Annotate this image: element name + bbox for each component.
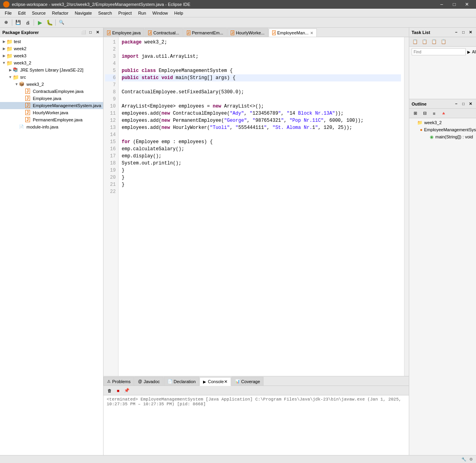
bottom-tab-label: Console xyxy=(208,379,224,384)
tree-item-permanentemployee-java[interactable]: JPermanentEmployee.java xyxy=(0,116,103,123)
console-pin-button[interactable]: 📌 xyxy=(122,387,131,395)
tree-item-label: test xyxy=(14,39,21,44)
outline-item-class[interactable]: ● EmployeeManagementSys xyxy=(409,126,476,133)
tab-label: Employee.java xyxy=(112,30,141,35)
task-icon-3[interactable]: 📋 xyxy=(430,38,438,46)
editor-tab-employeeman---[interactable]: JEmployeeMan...✕ xyxy=(269,28,317,37)
menu-item-help[interactable]: Help xyxy=(171,10,186,16)
bottom-tab-console[interactable]: ▶Console✕ xyxy=(199,377,231,386)
statusbar-icon-2[interactable]: ⚙ xyxy=(469,457,473,461)
tree-item-week2[interactable]: ▶📁week2 xyxy=(0,45,103,52)
bottom-tab-problems[interactable]: ⚠Problems xyxy=(103,377,134,386)
task-icon-4[interactable]: 📋 xyxy=(439,38,448,46)
line-number-1: 1 xyxy=(105,39,116,46)
outline-item-method[interactable]: ◉ main(String[]) : void xyxy=(409,133,476,140)
menu-item-source[interactable]: Source xyxy=(29,10,49,16)
bottom-tab-declaration[interactable]: 📄Declaration xyxy=(164,377,199,386)
maximize-panel-button[interactable]: □ xyxy=(87,29,94,36)
menu-item-edit[interactable]: Edit xyxy=(15,10,29,16)
save-button[interactable]: 💾 xyxy=(14,19,23,26)
outline-class-icon: ● xyxy=(420,127,423,132)
close-button[interactable]: ✕ xyxy=(461,0,473,8)
bottom-tab-close[interactable]: ✕ xyxy=(224,379,228,384)
task-find-input[interactable] xyxy=(412,48,466,55)
tab-close-button[interactable]: ✕ xyxy=(310,31,313,35)
tree-item-label: HourlyWorker.java xyxy=(33,110,68,115)
outline-method-label: main(String[]) : void xyxy=(435,134,473,139)
outline-method-icon: ◉ xyxy=(430,134,434,140)
tree-item-jre-system-library--javase-22-[interactable]: ▶📚JRE System Library [JavaSE-22] xyxy=(0,66,103,74)
tree-item-src[interactable]: ▼📁src xyxy=(0,74,103,81)
line-number-14: 14 xyxy=(105,131,116,138)
tree-item-module-info-java[interactable]: 📄module-info.java xyxy=(0,123,103,130)
outline-tb-1[interactable]: ⊞ xyxy=(411,110,420,117)
editor-tab-hourlyworke---[interactable]: JHourlyWorke... xyxy=(227,28,268,37)
outline-class-label: EmployeeManagementSys xyxy=(424,127,476,132)
bottom-tab-javadoc[interactable]: @Javadoc xyxy=(134,377,163,386)
maximize-button[interactable]: □ xyxy=(448,0,460,8)
tree-item-label: week3_2 xyxy=(26,82,44,87)
tree-item-week3[interactable]: ▶📁week3 xyxy=(0,52,103,59)
tab-java-icon: J xyxy=(231,30,234,35)
line-number-22: 22 xyxy=(105,188,116,195)
outline-tb-3[interactable]: ≡ xyxy=(430,110,438,117)
code-content[interactable]: package week3_2; import java.util.ArrayL… xyxy=(119,37,404,376)
tree-file-icon: 📁 xyxy=(6,39,13,44)
tab-label: Contractual... xyxy=(153,30,179,35)
outline-maximize-button[interactable]: □ xyxy=(460,101,467,107)
menu-item-refactor[interactable]: Refactor xyxy=(49,10,72,16)
print-button[interactable]: 🖨 xyxy=(23,19,32,26)
menu-item-navigate[interactable]: Navigate xyxy=(71,10,95,16)
editor-tab-permanentem---[interactable]: JPermanentEm... xyxy=(183,28,227,37)
line-number-8: 8 xyxy=(105,89,116,96)
console-clear-button[interactable]: 🗑 xyxy=(105,387,114,395)
statusbar-icon-1[interactable]: 🔧 xyxy=(461,457,466,461)
task-icon-2[interactable]: 📋 xyxy=(420,38,429,46)
task-icon-1[interactable]: 📋 xyxy=(411,38,420,46)
task-maximize-button[interactable]: □ xyxy=(460,29,467,36)
task-all-label[interactable]: All xyxy=(472,50,476,54)
collapse-button[interactable]: ⬜ xyxy=(80,29,87,36)
tree-file-icon: J xyxy=(25,89,32,94)
menu-item-search[interactable]: Search xyxy=(95,10,115,16)
outline-close-button[interactable]: ✕ xyxy=(467,101,474,107)
task-close-button[interactable]: ✕ xyxy=(467,29,474,36)
outline-controls: – □ ✕ xyxy=(453,101,474,107)
console-stop-button[interactable]: ■ xyxy=(114,387,122,395)
editor-tab-contractual---[interactable]: JContractual... xyxy=(145,28,182,37)
debug-button[interactable]: 🐛 xyxy=(45,19,54,26)
tree-item-employee-java[interactable]: JEmployee.java xyxy=(0,95,103,102)
editor-scrollbar[interactable] xyxy=(404,37,409,376)
outline-tb-2[interactable]: ⊟ xyxy=(420,110,429,117)
editor-tab-employee-java[interactable]: JEmployee.java xyxy=(103,28,144,37)
bottom-tab-coverage[interactable]: 📊Coverage xyxy=(231,377,264,386)
task-minimize-button[interactable]: – xyxy=(453,29,459,36)
tree-item-week3-2[interactable]: ▼📁week3_2 xyxy=(0,59,103,66)
menu-item-file[interactable]: File xyxy=(2,10,15,16)
menu-item-window[interactable]: Window xyxy=(149,10,171,16)
package-explorer-title: Package Explorer xyxy=(2,30,80,35)
close-panel-button[interactable]: ✕ xyxy=(94,29,101,36)
code-line-16: emp.calculateSalary(); xyxy=(122,146,401,153)
code-line-21: } xyxy=(122,181,401,188)
outline-tb-4[interactable]: 🔺 xyxy=(439,110,448,117)
run-button[interactable]: ▶ xyxy=(36,19,44,26)
tree-item-contractualemployee-java[interactable]: JContractualEmployee.java xyxy=(0,88,103,95)
menu-item-project[interactable]: Project xyxy=(115,10,135,16)
new-button[interactable]: ⊕ xyxy=(2,19,10,26)
task-expand-icon[interactable]: ▶ xyxy=(467,50,470,54)
minimize-button[interactable]: – xyxy=(436,0,448,8)
line-number-21: 21 xyxy=(105,181,116,188)
tree-item-hourlyworker-java[interactable]: JHourlyWorker.java xyxy=(0,109,103,116)
outline-minimize-button[interactable]: – xyxy=(453,101,459,107)
tab-label: EmployeeMan... xyxy=(277,30,309,35)
outline-item-project[interactable]: 📁 week3_2 xyxy=(409,119,476,126)
tree-item-week3-2[interactable]: ▼📦week3_2 xyxy=(0,81,103,88)
statusbar: 🔧 ⚙ xyxy=(0,455,476,463)
tree-item-employeemanagementsystem-java[interactable]: JEmployeeManagementSystem.java xyxy=(0,102,103,109)
panel-controls: ⬜ □ ✕ xyxy=(80,29,101,36)
search-button[interactable]: 🔍 xyxy=(57,19,66,26)
menu-item-run[interactable]: Run xyxy=(135,10,149,16)
tree-item-test[interactable]: ▶📁test xyxy=(0,38,103,45)
tab-java-icon: J xyxy=(187,30,190,35)
